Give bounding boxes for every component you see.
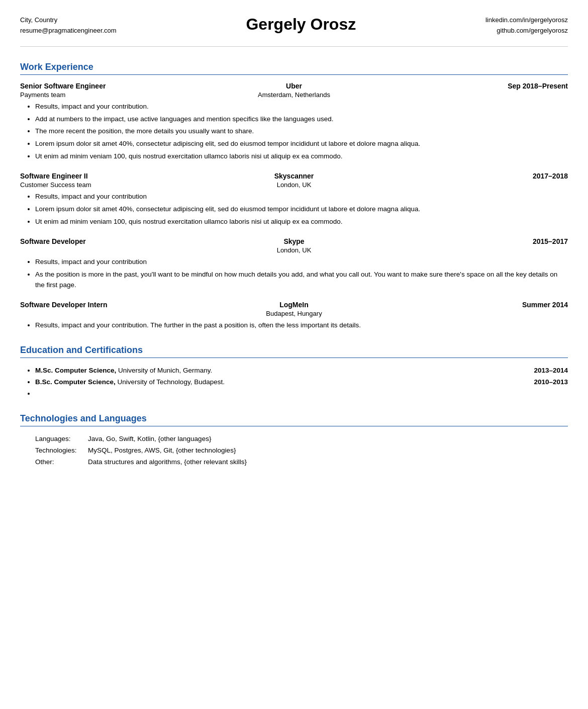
list-item: Results, impact and your contribution. xyxy=(35,102,568,112)
job-header-se2: Software Engineer II Skyscanner 2017–201… xyxy=(20,172,568,180)
list-item: Results, impact and your contribution xyxy=(35,257,568,268)
job-location-sd: London, UK xyxy=(204,246,384,254)
edu-row-msc: M.Sc. Computer Science, University of Mu… xyxy=(35,365,568,377)
job-block-sd: Software Developer Skype 2015–2017 Londo… xyxy=(20,237,568,291)
job-dates-se2: 2017–2018 xyxy=(387,172,568,180)
header-contact-left: City, Country resume@pragmaticengineer.c… xyxy=(20,15,117,36)
job-location-intern: Budapest, Hungary xyxy=(204,310,384,317)
job-block-se2: Software Engineer II Skyscanner 2017–201… xyxy=(20,172,568,227)
full-name: Gergely Orosz xyxy=(117,15,485,34)
education-title: Education and Certifications xyxy=(20,345,568,358)
list-item: Ut enim ad minim veniam 100, quis nostru… xyxy=(35,217,568,227)
technologies-section: Technologies and Languages Languages: Ja… xyxy=(20,413,568,468)
edu-bsc-dates: 2010–2013 xyxy=(534,377,568,388)
work-experience-title: Work Experience xyxy=(20,62,568,75)
header-email: resume@pragmaticengineer.com xyxy=(20,26,117,36)
list-item: Languages: Java, Go, Swift, Kotlin, {oth… xyxy=(35,433,568,445)
tech-label-1: Technologies: xyxy=(35,445,88,457)
job-block-senior-se: Senior Software Engineer Uber Sep 2018–P… xyxy=(20,82,568,162)
job-company-senior-se: Uber xyxy=(204,82,384,90)
tech-label-0: Languages: xyxy=(35,433,88,445)
list-item: Add at numbers to the impact, use active… xyxy=(35,114,568,125)
job-title-intern: Software Developer Intern xyxy=(20,301,201,309)
edu-bsc-text: B.Sc. Computer Science, University of Te… xyxy=(35,377,524,388)
edu-msc-text: M.Sc. Computer Science, University of Mu… xyxy=(35,365,524,377)
job-subheader-senior-se: Payments team Amsterdam, Netherlands xyxy=(20,91,568,99)
job-header-intern: Software Developer Intern LogMeIn Summer… xyxy=(20,301,568,309)
job-dates-senior-se: Sep 2018–Present xyxy=(387,82,568,90)
header-linkedin: linkedin.com/in/gergelyorosz xyxy=(485,15,568,26)
header-name-block: Gergely Orosz xyxy=(117,15,485,34)
tech-label-2: Other: xyxy=(35,457,88,468)
resume-header: City, Country resume@pragmaticengineer.c… xyxy=(20,15,568,47)
edu-bsc-degree-rest: University of Technology, Budapest. xyxy=(116,378,225,386)
job-subheader-intern: Budapest, Hungary xyxy=(20,310,568,317)
job-bullets-senior-se: Results, impact and your contribution. A… xyxy=(30,102,568,162)
list-item: Results, impact and your contribution xyxy=(35,192,568,202)
job-bullets-se2: Results, impact and your contribution Lo… xyxy=(30,192,568,227)
header-contact-right: linkedin.com/in/gergelyorosz github.com/… xyxy=(485,15,568,36)
tech-value-1: MySQL, Postgres, AWS, Git, {other techno… xyxy=(88,445,568,457)
technologies-list: Languages: Java, Go, Swift, Kotlin, {oth… xyxy=(30,433,568,468)
job-location-se2: London, UK xyxy=(204,181,384,189)
job-header-sd: Software Developer Skype 2015–2017 xyxy=(20,237,568,245)
list-item xyxy=(35,388,568,400)
job-location-senior-se: Amsterdam, Netherlands xyxy=(204,91,384,99)
list-item: Other: Data structures and algorithms, {… xyxy=(35,457,568,468)
job-team-senior-se: Payments team xyxy=(20,91,201,99)
job-title-senior-se: Senior Software Engineer xyxy=(20,82,201,90)
job-title-se2: Software Engineer II xyxy=(20,172,201,180)
edu-bsc-degree-bold: B.Sc. Computer Science, xyxy=(35,378,116,386)
list-item: Ut enim ad minim veniam 100, quis nostru… xyxy=(35,151,568,162)
edu-msc-degree-bold: M.Sc. Computer Science, xyxy=(35,367,116,374)
job-bullets-intern: Results, impact and your contribution. T… xyxy=(30,320,568,331)
list-item: Results, impact and your contribution. T… xyxy=(35,320,568,331)
header-github: github.com/gergelyorosz xyxy=(485,26,568,36)
list-item: Technologies: MySQL, Postgres, AWS, Git,… xyxy=(35,445,568,457)
job-subheader-sd: London, UK xyxy=(20,246,568,254)
list-item: B.Sc. Computer Science, University of Te… xyxy=(35,377,568,388)
job-company-intern: LogMeIn xyxy=(204,301,384,309)
list-item: Lorem ipsum dolor sit amet 40%, consecte… xyxy=(35,204,568,215)
job-header-senior-se: Senior Software Engineer Uber Sep 2018–P… xyxy=(20,82,568,90)
job-company-sd: Skype xyxy=(204,237,384,245)
job-company-se2: Skyscanner xyxy=(204,172,384,180)
list-item: The more recent the position, the more d… xyxy=(35,126,568,137)
job-subheader-se2: Customer Success team London, UK xyxy=(20,181,568,189)
edu-msc-dates: 2013–2014 xyxy=(534,365,568,377)
tech-value-0: Java, Go, Swift, Kotlin, {other language… xyxy=(88,433,568,445)
list-item: Lorem ipsum dolor sit amet 40%, consecte… xyxy=(35,139,568,149)
list-item: As the position is more in the past, you… xyxy=(35,270,568,291)
header-city: City, Country xyxy=(20,15,117,26)
job-dates-intern: Summer 2014 xyxy=(387,301,568,309)
edu-msc-degree-rest: University of Munich, Germany. xyxy=(116,367,212,374)
work-experience-section: Work Experience Senior Software Engineer… xyxy=(20,62,568,331)
job-bullets-sd: Results, impact and your contribution As… xyxy=(30,257,568,291)
technologies-title: Technologies and Languages xyxy=(20,413,568,426)
edu-row-bsc: B.Sc. Computer Science, University of Te… xyxy=(35,377,568,388)
job-team-se2: Customer Success team xyxy=(20,181,201,189)
job-block-intern: Software Developer Intern LogMeIn Summer… xyxy=(20,301,568,331)
tech-value-2: Data structures and algorithms, {other r… xyxy=(88,457,568,468)
job-title-sd: Software Developer xyxy=(20,237,201,245)
job-dates-sd: 2015–2017 xyxy=(387,237,568,245)
education-section: Education and Certifications M.Sc. Compu… xyxy=(20,345,568,400)
education-list: M.Sc. Computer Science, University of Mu… xyxy=(30,365,568,400)
list-item: M.Sc. Computer Science, University of Mu… xyxy=(35,365,568,377)
